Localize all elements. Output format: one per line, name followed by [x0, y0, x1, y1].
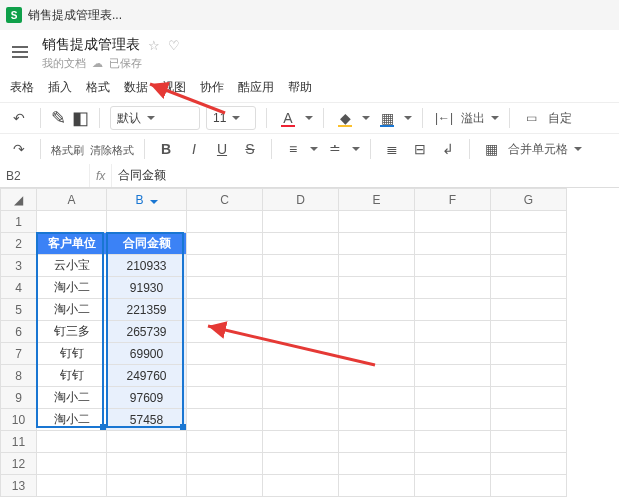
cell[interactable]: [339, 321, 415, 343]
format-painter-label-stack[interactable]: 格式刷: [51, 141, 84, 158]
cell[interactable]: [187, 233, 263, 255]
table-row[interactable]: 2客户单位合同金额: [1, 233, 567, 255]
cell[interactable]: [187, 387, 263, 409]
cell[interactable]: [339, 387, 415, 409]
cell[interactable]: [263, 387, 339, 409]
cell[interactable]: [415, 475, 491, 497]
clear-format-label-stack[interactable]: 清除格式: [90, 141, 134, 158]
cell[interactable]: [187, 277, 263, 299]
grid[interactable]: ◢ A B C D E F G 12客户单位合同金额3云小宝2109334淘小二…: [0, 188, 567, 497]
cell[interactable]: 云小宝: [37, 255, 107, 277]
table-row[interactable]: 11: [1, 431, 567, 453]
cell[interactable]: [339, 431, 415, 453]
col-header-a[interactable]: A: [37, 189, 107, 211]
cell[interactable]: [187, 409, 263, 431]
table-row[interactable]: 7钉钉69900: [1, 343, 567, 365]
cell[interactable]: [187, 321, 263, 343]
cell[interactable]: [415, 321, 491, 343]
cell[interactable]: 97609: [107, 387, 187, 409]
cell[interactable]: [187, 365, 263, 387]
cell[interactable]: [415, 365, 491, 387]
menu-view[interactable]: 视图: [162, 79, 186, 96]
cell[interactable]: [339, 277, 415, 299]
select-all-corner[interactable]: ◢: [1, 189, 37, 211]
menu-icon[interactable]: [12, 42, 32, 62]
menu-collab[interactable]: 协作: [200, 79, 224, 96]
document-name[interactable]: 销售提成管理表: [42, 36, 140, 54]
table-row[interactable]: 8钉钉249760: [1, 365, 567, 387]
row-header[interactable]: 13: [1, 475, 37, 497]
cell[interactable]: [415, 233, 491, 255]
cell[interactable]: [187, 255, 263, 277]
cell[interactable]: [107, 431, 187, 453]
align-center-button[interactable]: ≣: [381, 137, 403, 161]
wrap-text-button[interactable]: ↲: [437, 137, 459, 161]
italic-button[interactable]: I: [183, 137, 205, 161]
merge-cells-button[interactable]: ▦: [480, 137, 502, 161]
cell[interactable]: 淘小二: [37, 277, 107, 299]
border-color-button[interactable]: ▦: [376, 106, 398, 130]
table-row[interactable]: 4淘小二91930: [1, 277, 567, 299]
cell[interactable]: [263, 255, 339, 277]
tab-title[interactable]: 销售提成管理表...: [28, 7, 122, 24]
table-row[interactable]: 3云小宝210933: [1, 255, 567, 277]
menu-help[interactable]: 帮助: [288, 79, 312, 96]
cell[interactable]: [37, 453, 107, 475]
format-painter-button[interactable]: ✎: [51, 109, 66, 127]
cell[interactable]: [415, 211, 491, 233]
cell[interactable]: [491, 255, 567, 277]
cell[interactable]: [415, 343, 491, 365]
font-color-button[interactable]: A: [277, 106, 299, 130]
row-header[interactable]: 11: [1, 431, 37, 453]
cell[interactable]: [107, 453, 187, 475]
cell[interactable]: [415, 453, 491, 475]
cell[interactable]: 57458: [107, 409, 187, 431]
table-row[interactable]: 1: [1, 211, 567, 233]
col-header-c[interactable]: C: [187, 189, 263, 211]
fx-icon[interactable]: fx: [90, 164, 112, 187]
col-header-e[interactable]: E: [339, 189, 415, 211]
cell[interactable]: [339, 365, 415, 387]
col-header-d[interactable]: D: [263, 189, 339, 211]
table-row[interactable]: 5淘小二221359: [1, 299, 567, 321]
cell[interactable]: [339, 255, 415, 277]
cell[interactable]: 淘小二: [37, 409, 107, 431]
cell[interactable]: [263, 343, 339, 365]
cell[interactable]: [263, 321, 339, 343]
cell[interactable]: 淘小二: [37, 299, 107, 321]
align-top-button[interactable]: ≐: [324, 137, 346, 161]
table-row[interactable]: 6钉三多265739: [1, 321, 567, 343]
align-middle-button[interactable]: ⊟: [409, 137, 431, 161]
col-header-b[interactable]: B: [107, 189, 187, 211]
cell[interactable]: [491, 277, 567, 299]
cell[interactable]: [491, 299, 567, 321]
bell-icon[interactable]: ♡: [168, 38, 180, 53]
cell[interactable]: 91930: [107, 277, 187, 299]
cell[interactable]: 210933: [107, 255, 187, 277]
cell[interactable]: [339, 299, 415, 321]
row-header[interactable]: 7: [1, 343, 37, 365]
row-header[interactable]: 10: [1, 409, 37, 431]
menu-table[interactable]: 表格: [10, 79, 34, 96]
chevron-down-icon[interactable]: [352, 147, 360, 151]
cell[interactable]: [339, 343, 415, 365]
cell[interactable]: [491, 321, 567, 343]
cell[interactable]: [263, 365, 339, 387]
cell[interactable]: [37, 431, 107, 453]
chevron-down-icon[interactable]: [404, 116, 412, 120]
align-left-button[interactable]: ≡: [282, 137, 304, 161]
undo-button[interactable]: ↶: [8, 106, 30, 130]
cell[interactable]: [263, 299, 339, 321]
cell[interactable]: [339, 233, 415, 255]
table-row[interactable]: 10淘小二57458: [1, 409, 567, 431]
cell[interactable]: 钉钉: [37, 365, 107, 387]
my-docs-link[interactable]: 我的文档: [42, 56, 86, 71]
cell[interactable]: [187, 431, 263, 453]
formula-input[interactable]: 合同金额: [112, 164, 619, 187]
cell[interactable]: [491, 431, 567, 453]
strikethrough-button[interactable]: S: [239, 137, 261, 161]
cell[interactable]: [263, 211, 339, 233]
cell[interactable]: [107, 475, 187, 497]
col-header-f[interactable]: F: [415, 189, 491, 211]
menu-apps[interactable]: 酷应用: [238, 79, 274, 96]
